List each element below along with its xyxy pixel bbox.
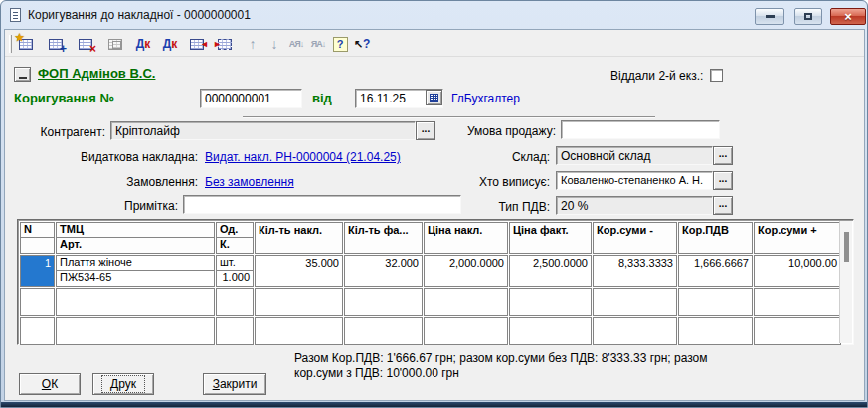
insert-row-icon[interactable]: ◄	[186, 34, 208, 54]
empty-cell[interactable]	[424, 288, 508, 316]
col-header-tmc: ТМЦАрт.	[56, 222, 215, 254]
contractor-input[interactable]: Кріптолайф	[110, 121, 416, 140]
empty-cell[interactable]	[593, 317, 677, 345]
doc-number-label: Коригування №	[14, 91, 114, 105]
print-button[interactable]: Друк	[92, 373, 154, 395]
empty-cell[interactable]	[593, 288, 677, 316]
empty-cell[interactable]	[344, 317, 423, 345]
collapse-icon	[19, 77, 27, 79]
restore-icon	[804, 13, 812, 20]
invoice-link[interactable]: Видат. накл. РН-0000004 (21.04.25)	[205, 150, 401, 164]
empty-cell[interactable]	[678, 317, 753, 345]
note-label: Примітка:	[14, 199, 178, 213]
copy-row-icon[interactable]	[104, 34, 126, 54]
price-fact-cell[interactable]: 2,500.0000	[509, 255, 592, 287]
second-copy-checkbox[interactable]	[710, 69, 723, 82]
move-up-icon[interactable]: ↑	[242, 34, 263, 54]
sort-descending-icon[interactable]: ЯА↓	[307, 34, 329, 54]
kor-sum-minus-cell[interactable]: 8,333.3333	[593, 255, 677, 287]
issuer-input[interactable]: Коваленко-степаненко А. Н.	[556, 171, 713, 190]
close-form-button[interactable]: Закрити	[203, 373, 266, 395]
context-help-icon[interactable]: ↖?	[351, 34, 373, 54]
window-title: Коригування до накладної - 0000000001	[28, 8, 251, 22]
empty-cell[interactable]	[255, 317, 343, 345]
empty-cell[interactable]	[754, 288, 841, 316]
unit-cell[interactable]: шт.1.000	[216, 255, 254, 287]
warehouse-input[interactable]: Основной склад	[556, 146, 713, 165]
empty-cell[interactable]	[20, 288, 55, 316]
col-header-kor-sum-minus: Кор.суми -	[593, 222, 677, 254]
row-number-cell[interactable]: 1	[20, 255, 55, 287]
sale-terms-input[interactable]	[561, 120, 720, 139]
col-header-kor-vat: Кор.ПДВ	[678, 222, 753, 254]
note-input[interactable]	[183, 195, 461, 214]
minimize-icon	[766, 15, 775, 18]
qty-fact-cell[interactable]: 32.000	[344, 255, 423, 287]
issuer-browse-button[interactable]: ...	[713, 171, 733, 190]
contractor-label: Контрагент:	[14, 125, 105, 139]
invoice-label: Видаткова накладна:	[14, 150, 198, 164]
second-copy-label: Віддали 2-й екз.:	[610, 69, 703, 83]
dialog-window: Коригування до накладної - 0000000001 × …	[0, 0, 868, 408]
order-link[interactable]: Без замовлення	[205, 175, 294, 189]
empty-cell[interactable]	[216, 288, 254, 316]
unpost-document-icon[interactable]: Дк	[159, 34, 181, 54]
section-divider	[243, 116, 655, 118]
totals-line-1: Разом Кор.ПДВ: 1'666.67 грн; разом кор.с…	[294, 351, 732, 366]
qty-invoice-cell[interactable]: 35.000	[255, 255, 343, 287]
warehouse-label: Склад:	[458, 150, 550, 164]
minimize-button[interactable]	[755, 8, 784, 25]
empty-cell[interactable]	[255, 288, 343, 316]
empty-table-row[interactable]	[20, 317, 838, 345]
empty-cell[interactable]	[509, 288, 592, 316]
table-scrollbar[interactable]	[839, 221, 852, 343]
scrollbar-thumb[interactable]	[844, 232, 849, 262]
col-header-kor-sum-plus: Кор.суми +	[754, 222, 841, 254]
sale-terms-label: Умова продажу:	[458, 124, 556, 138]
close-button[interactable]: ×	[830, 8, 866, 25]
warehouse-browse-button[interactable]: ...	[713, 146, 733, 165]
move-down-icon[interactable]: ↓	[263, 34, 285, 54]
firm-link[interactable]: ФОП Адмінов В.С.	[38, 66, 155, 81]
restore-button[interactable]	[794, 8, 822, 25]
contractor-browse-button[interactable]: ...	[416, 121, 435, 140]
totals-line-2: кор.суми з ПДВ: 10'000.00 грн	[294, 366, 732, 381]
document-icon	[10, 8, 21, 22]
ok-button[interactable]: ОК	[19, 373, 81, 395]
empty-table-row[interactable]	[20, 288, 838, 316]
col-header-qty-fact: Кіл-ть фа...	[344, 222, 423, 254]
delete-row-icon[interactable]: ×	[75, 34, 96, 54]
post-document-icon[interactable]: Дк	[132, 34, 154, 54]
doc-number-input[interactable]: 0000000001	[200, 89, 302, 108]
help-icon[interactable]: ?	[329, 34, 351, 54]
kor-vat-cell[interactable]: 1,666.6667	[678, 255, 753, 287]
empty-cell[interactable]	[509, 317, 592, 345]
close-icon: ×	[844, 10, 852, 23]
vat-type-browse-button[interactable]: ...	[713, 196, 733, 215]
empty-cell[interactable]	[678, 288, 753, 316]
table-row[interactable]: 1 Плаття жіночеПЖ534-65 шт.1.000 35.000 …	[20, 255, 838, 287]
empty-cell[interactable]	[56, 288, 215, 316]
totals-summary: Разом Кор.ПДВ: 1'666.67 грн; разом кор.с…	[294, 351, 732, 381]
empty-cell[interactable]	[424, 317, 508, 345]
table-header-row: N ТМЦАрт. Од.К. Кіл-ть накл. Кіл-ть фа..…	[20, 222, 838, 254]
new-row-icon[interactable]: ★	[15, 34, 37, 54]
empty-cell[interactable]	[56, 317, 215, 345]
sort-ascending-icon[interactable]: АЯ↓	[285, 34, 307, 54]
items-grid: N ТМЦАрт. Од.К. Кіл-ть накл. Кіл-ть фа..…	[20, 222, 838, 343]
vat-type-input[interactable]: 20 %	[556, 196, 713, 215]
kor-sum-plus-cell[interactable]: 10,000.00	[754, 255, 841, 287]
empty-cell[interactable]	[20, 317, 55, 345]
price-invoice-cell[interactable]: 2,000.0000	[424, 255, 508, 287]
calendar-icon	[430, 94, 438, 102]
empty-cell[interactable]	[754, 317, 841, 345]
col-header-price-invoice: Ціна накл.	[424, 222, 508, 254]
empty-cell[interactable]	[344, 288, 423, 316]
empty-cell[interactable]	[216, 317, 254, 345]
calendar-button[interactable]	[426, 90, 442, 105]
add-row-icon[interactable]: +	[45, 34, 67, 54]
move-row-icon[interactable]: ►	[214, 34, 236, 54]
collapse-header-button[interactable]	[14, 67, 31, 82]
tmc-cell[interactable]: Плаття жіночеПЖ534-65	[56, 255, 215, 287]
toolbar-gripper[interactable]	[9, 35, 12, 53]
